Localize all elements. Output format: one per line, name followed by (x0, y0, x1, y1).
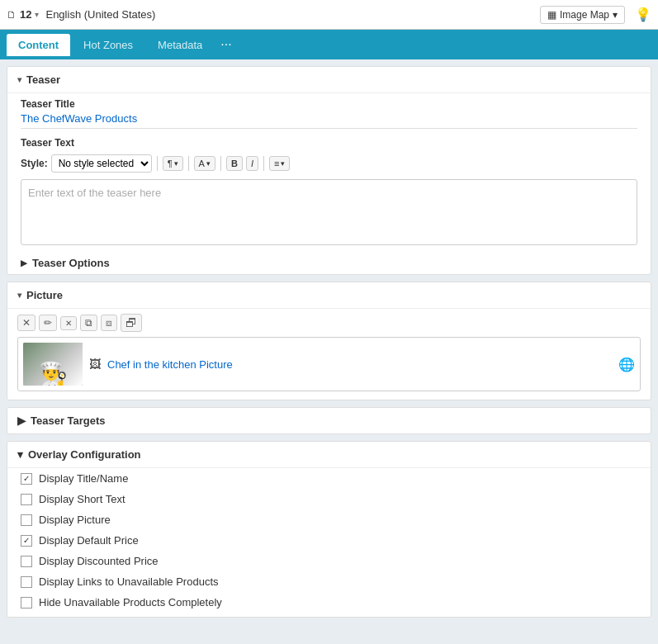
page-number: 12 (20, 8, 31, 21)
delete-button[interactable]: ✕ (60, 316, 77, 330)
overlay-chevron-icon: ▾ (17, 448, 23, 461)
toolbar-sep-4 (263, 156, 264, 171)
globe-icon[interactable]: 🌐 (618, 357, 635, 372)
image-map-icon: ▦ (547, 9, 556, 21)
overlay-section-header[interactable]: ▾ Overlay Configuration (7, 442, 651, 468)
format-button[interactable]: ¶▾ (163, 156, 183, 171)
overlay-section: ▾ Overlay Configuration ✓ Display Title/… (7, 441, 651, 618)
image-map-chevron-icon: ▾ (613, 9, 618, 21)
checkbox-display-title-input[interactable]: ✓ (21, 473, 32, 485)
paste-button[interactable]: ⧇ (101, 315, 117, 331)
text-toolbar: Style: No style selected ¶▾ A▾ B I ≡▾ (7, 151, 651, 176)
checkbox-display-discounted-price-label: Display Discounted Price (39, 555, 159, 567)
teaser-targets-section: ▶ Teaser Targets (7, 407, 651, 434)
checkbox-display-picture-label: Display Picture (39, 514, 111, 526)
checkbox-display-default-price: ✓ Display Default Price (7, 530, 651, 551)
checkbox-display-discounted-price-input[interactable] (21, 556, 32, 567)
picture-type-icon: 🖼 (89, 358, 101, 371)
teaser-text-label: Teaser Text (21, 137, 637, 149)
checkbox-display-short-text: Display Short Text (7, 489, 651, 509)
checkbox-display-picture-input[interactable] (21, 514, 32, 526)
teaser-section-title: Teaser (26, 73, 60, 86)
checkbox-display-short-text-label: Display Short Text (39, 493, 125, 505)
number-chevron-icon[interactable]: ▾ (35, 10, 39, 19)
teaser-title-label: Teaser Title (21, 98, 637, 110)
checkmark-icon-2: ✓ (23, 536, 30, 545)
tab-bar: Content Hot Zones Metadata ··· (0, 30, 658, 59)
main-content: ▾ Teaser Teaser Title The ChefWave Produ… (0, 66, 658, 618)
edit-button[interactable]: ✏ (39, 315, 57, 331)
overlay-section-title: Overlay Configuration (28, 448, 141, 461)
picture-section-header[interactable]: ▾ Picture (7, 282, 651, 309)
checkbox-display-default-price-label: Display Default Price (39, 534, 139, 547)
teaser-collapse-icon: ▾ (17, 75, 21, 84)
teaser-options-label: Teaser Options (32, 257, 110, 269)
cut-button[interactable]: ✕ (17, 315, 36, 331)
image-map-label: Image Map (560, 9, 609, 21)
checkbox-display-short-text-input[interactable] (21, 494, 32, 505)
tab-hot-zones[interactable]: Hot Zones (72, 34, 144, 56)
image-map-button[interactable]: ▦ Image Map ▾ (540, 6, 625, 24)
checkbox-display-links-label: Display Links to Unavailable Products (39, 575, 219, 588)
tab-content[interactable]: Content (7, 34, 70, 56)
bulb-icon[interactable]: 💡 (635, 7, 651, 22)
reference-button[interactable]: 🗗 (121, 314, 142, 332)
font-size-button[interactable]: A▾ (194, 156, 215, 171)
teaser-section: ▾ Teaser Teaser Title The ChefWave Produ… (7, 66, 651, 275)
top-bar: 🗋 12 ▾ English (United States) ▦ Image M… (0, 0, 658, 30)
checkbox-display-discounted-price: Display Discounted Price (7, 551, 651, 571)
teaser-targets-title: Teaser Targets (31, 414, 106, 427)
targets-chevron-icon: ▶ (17, 414, 26, 427)
style-select[interactable]: No style selected (51, 154, 152, 173)
picture-collapse-icon: ▾ (17, 291, 21, 300)
picture-item[interactable]: 👨‍🍳 🖼 Chef in the kitchen Picture 🌐 (17, 337, 641, 391)
style-label: Style: (21, 158, 48, 169)
align-button[interactable]: ≡▾ (269, 156, 290, 171)
checkmark-icon: ✓ (23, 474, 30, 483)
checkbox-hide-unavailable: Hide Unavailable Products Completely (7, 592, 651, 617)
checkbox-hide-unavailable-input[interactable] (21, 597, 32, 608)
italic-button[interactable]: I (246, 156, 258, 171)
teaser-section-header[interactable]: ▾ Teaser (7, 67, 651, 93)
top-bar-left: 🗋 12 ▾ English (United States) (7, 8, 155, 21)
tab-more-button[interactable]: ··· (215, 37, 236, 52)
teaser-textarea-placeholder: Enter text of the teaser here (28, 187, 161, 199)
checkbox-display-title-label: Display Title/Name (39, 472, 128, 485)
teaser-targets-header[interactable]: ▶ Teaser Targets (17, 414, 641, 427)
checkbox-display-default-price-input[interactable]: ✓ (21, 535, 32, 547)
teaser-title-value[interactable]: The ChefWave Products (21, 112, 637, 129)
checkbox-hide-unavailable-label: Hide Unavailable Products Completely (39, 596, 222, 608)
picture-section: ▾ Picture ✕ ✏ ✕ ⧉ ⧇ 🗗 👨‍🍳 🖼 Chef in the … (7, 282, 651, 400)
thumbnail-image: 👨‍🍳 (23, 343, 83, 386)
bold-button[interactable]: B (226, 156, 243, 171)
checkbox-display-title: ✓ Display Title/Name (7, 468, 651, 489)
checkbox-display-links: Display Links to Unavailable Products (7, 571, 651, 592)
teaser-title-field: Teaser Title The ChefWave Products (7, 93, 651, 132)
toolbar-sep-2 (188, 156, 189, 171)
teaser-options-chevron-icon: ▶ (21, 258, 27, 268)
checkbox-display-links-input[interactable] (21, 576, 32, 588)
toolbar-sep-1 (157, 156, 158, 171)
picture-thumbnail: 👨‍🍳 (23, 343, 83, 386)
chef-figure-icon: 👨‍🍳 (39, 362, 68, 386)
copy-button[interactable]: ⧉ (80, 315, 97, 331)
toolbar-sep-3 (220, 156, 221, 171)
tab-metadata[interactable]: Metadata (146, 34, 214, 56)
picture-name-label: Chef in the kitchen Picture (107, 358, 612, 371)
language-label: English (United States) (45, 8, 155, 21)
picture-section-title: Picture (26, 289, 63, 301)
teaser-textarea[interactable]: Enter text of the teaser here (21, 179, 637, 245)
page-icon: 🗋 (7, 9, 17, 21)
picture-toolbar: ✕ ✏ ✕ ⧉ ⧇ 🗗 (7, 309, 651, 337)
teaser-options-row[interactable]: ▶ Teaser Options (7, 252, 651, 274)
top-bar-right: ▦ Image Map ▾ 💡 (540, 6, 651, 24)
teaser-text-field: Teaser Text (7, 132, 651, 149)
checkbox-display-picture: Display Picture (7, 509, 651, 530)
